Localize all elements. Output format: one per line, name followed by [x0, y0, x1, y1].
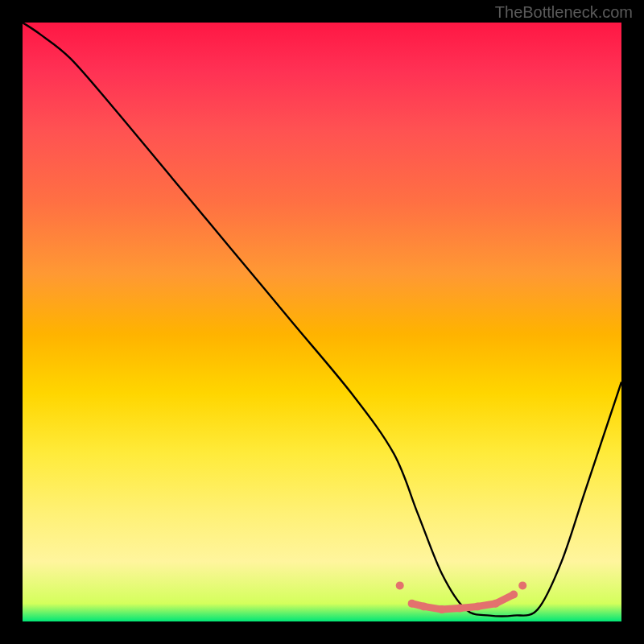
bottleneck-curve-path [23, 23, 621, 617]
optimal-marker-dot [473, 602, 481, 610]
chart-plot-area [23, 23, 621, 621]
optimal-marker-dot [518, 581, 526, 589]
optimal-marker-dot [408, 600, 416, 608]
optimal-marker-dot [492, 600, 500, 608]
optimal-marker-dot [510, 591, 518, 599]
optimal-markers [396, 581, 527, 613]
watermark-text: TheBottleneck.com [495, 3, 633, 22]
bottleneck-curve-svg [23, 23, 621, 621]
optimal-marker-dot [396, 581, 404, 589]
optimal-marker-dot [438, 605, 446, 613]
optimal-marker-dot [420, 602, 428, 610]
optimal-marker-dot [456, 605, 464, 613]
